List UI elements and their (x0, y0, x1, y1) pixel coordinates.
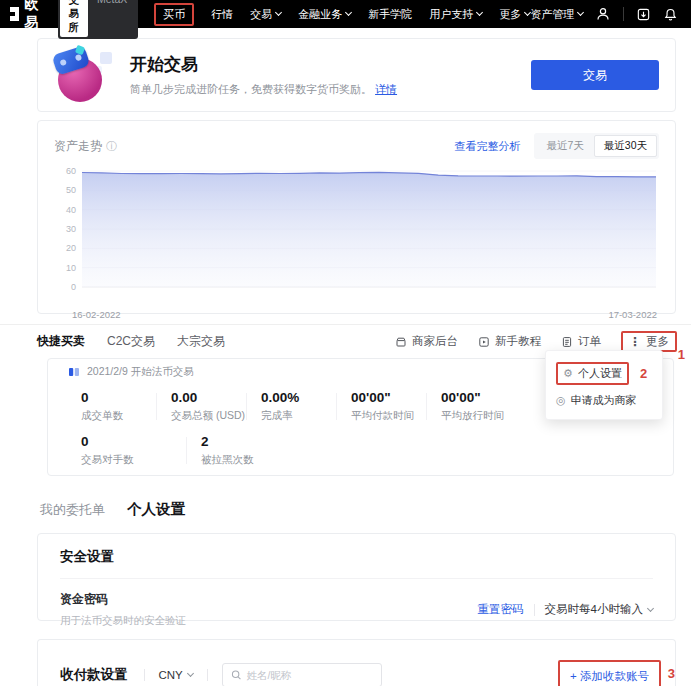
chevron-down-icon (187, 670, 194, 677)
search-input[interactable] (246, 669, 372, 681)
area-chart: 6050403020100 (54, 161, 659, 313)
stat-total-volume: 0.00 交易总额 (USD) (171, 390, 261, 423)
annotation-box-buy: 买币 (154, 3, 194, 26)
history-badge-icon (68, 366, 80, 378)
start-trade-illustration (52, 46, 114, 104)
nav-item-more[interactable]: 更多 (499, 7, 530, 22)
fund-password-info: 资金密码 用于法币交易时的安全验证 (60, 591, 186, 628)
nav-right: 资产管理 (530, 6, 691, 22)
nav-item-buy-crypto[interactable]: 买币 (163, 7, 185, 22)
toggle-exchange[interactable]: 交易所 (60, 0, 89, 37)
download-app-icon[interactable] (636, 7, 651, 22)
tab-block-trade[interactable]: 大宗交易 (177, 333, 225, 350)
chevron-down-icon (647, 604, 654, 611)
beginner-tutorial-button[interactable]: 新手教程 (478, 334, 541, 349)
row-actions: 商家后台 新手教程 订单 ⋮ 更多 (395, 331, 677, 352)
nav-item-trade[interactable]: 交易 (250, 7, 281, 22)
order-document-icon (561, 336, 573, 348)
trade-button[interactable]: 交易 (531, 60, 659, 90)
user-icon[interactable] (595, 6, 611, 22)
fund-password-row: 资金密码 用于法币交易时的安全验证 重置密码 交易时每4小时输入 (60, 591, 653, 628)
search-icon (231, 669, 242, 681)
svg-text:10: 10 (66, 263, 76, 273)
nav-menu: 买币 行情 交易 金融业务 新手学院 用户支持 更多 (154, 3, 530, 26)
chevron-down-icon (577, 9, 584, 16)
asset-card-header: 资产走势 ⓘ 查看完整分析 最近7天 最近30天 (54, 133, 659, 159)
stat-avg-release-time: 00'00" 平均放行时间 (441, 390, 531, 423)
start-trading-card: 开始交易 简单几步完成进阶任务，免费获得数字货币奖励。 详情 交易 (37, 38, 676, 112)
password-frequency-select[interactable]: 交易时每4小时输入 (545, 602, 653, 617)
range-30d-button[interactable]: 最近30天 (594, 135, 657, 157)
merchant-console-button[interactable]: 商家后台 (395, 334, 458, 349)
chevron-down-icon (345, 9, 352, 16)
merchant-icon (395, 336, 407, 348)
tab-personal-settings[interactable]: 个人设置 (127, 500, 185, 519)
svg-text:60: 60 (66, 166, 76, 176)
range-toggle: 最近7天 最近30天 (534, 133, 659, 159)
chevron-down-icon (275, 9, 282, 16)
full-analysis-link[interactable]: 查看完整分析 (454, 139, 520, 154)
merchant-badge-icon: ◎ (556, 394, 566, 407)
menu-item-personal-settings[interactable]: ⚙ 个人设置 2 (554, 358, 654, 389)
notifications-bell-icon[interactable] (663, 7, 678, 22)
stat-avg-pay-time: 00'00" 平均付款时间 (351, 390, 441, 423)
payment-settings-title: 收付款设置 (60, 666, 128, 684)
stat-completed-orders: 0 成交单数 (81, 390, 171, 423)
orders-button[interactable]: 订单 (561, 334, 601, 349)
asset-trend-title: 资产走势 ⓘ (54, 138, 117, 155)
exchange-metax-toggle: 交易所 MetaX (58, 0, 139, 39)
currency-select[interactable]: CNY (159, 669, 193, 681)
annotation-number-1: 1 (678, 347, 685, 362)
svg-text:30: 30 (66, 224, 76, 234)
tab-quick-buy-sell[interactable]: 快捷买卖 (37, 333, 85, 350)
asset-trend-card: 资产走势 ⓘ 查看完整分析 最近7天 最近30天 6050403020100 1… (37, 120, 676, 314)
nav-divider (623, 7, 624, 21)
annotation-number-2: 2 (640, 366, 647, 381)
nav-item-academy[interactable]: 新手学院 (368, 7, 412, 22)
more-dropdown-menu: ⚙ 个人设置 2 ◎ 申请成为商家 (545, 350, 663, 420)
annotation-box-add-account: + 添加收款账号 (558, 660, 661, 686)
add-account-wrap: + 添加收款账号 (558, 660, 661, 686)
add-payment-account-button[interactable]: + 添加收款账号 (570, 670, 649, 682)
tutorial-icon (478, 336, 490, 348)
okx-logo[interactable]: 欧易 (10, 0, 44, 32)
chevron-down-icon (476, 9, 483, 16)
asset-trend-chart: 6050403020100 16-02-2022 17-03-2022 (54, 161, 659, 320)
stats-row-2: 0 交易对手数 2 被拉黑次数 (68, 434, 673, 467)
page-title: 开始交易 (130, 53, 397, 76)
tab-my-orders[interactable]: 我的委托单 (40, 501, 105, 519)
annotation-box-personal-settings: ⚙ 个人设置 (556, 362, 629, 385)
svg-text:50: 50 (66, 185, 76, 195)
nav-item-support[interactable]: 用户支持 (429, 7, 482, 22)
svg-text:0: 0 (71, 282, 76, 292)
more-dots-icon: ⋮ (629, 335, 641, 349)
menu-item-become-merchant[interactable]: ◎ 申请成为商家 (554, 389, 654, 412)
x-label-start: 16-02-2022 (72, 309, 121, 320)
okx-logo-icon (10, 7, 19, 21)
range-7d-button[interactable]: 最近7天 (536, 135, 593, 157)
asset-card-controls: 查看完整分析 最近7天 最近30天 (454, 133, 659, 159)
fund-password-controls: 重置密码 交易时每4小时输入 (478, 602, 653, 617)
fund-password-title: 资金密码 (60, 591, 186, 608)
svg-text:40: 40 (66, 205, 76, 215)
reset-password-link[interactable]: 重置密码 (478, 602, 524, 617)
stat-completion-rate: 0.00% 完成率 (261, 390, 351, 423)
section-tabs: 我的委托单 个人设置 (40, 500, 691, 519)
details-link[interactable]: 详情 (375, 83, 397, 95)
start-info: 开始交易 简单几步完成进阶任务，免费获得数字货币奖励。 详情 (130, 53, 397, 97)
stat-blocked-times: 2 被拉黑次数 (201, 434, 321, 467)
security-settings-card: 安全设置 资金密码 用于法币交易时的安全验证 重置密码 交易时每4小时输入 (37, 533, 676, 621)
x-label-end: 17-03-2022 (608, 309, 657, 320)
tab-c2c-trade[interactable]: C2C交易 (107, 333, 155, 350)
nav-item-finance[interactable]: 金融业务 (298, 7, 351, 22)
info-icon: ⓘ (106, 139, 117, 154)
toggle-metax[interactable]: MetaX (88, 0, 136, 37)
top-navbar: 欧易 交易所 MetaX 买币 行情 交易 金融业务 新手学院 用户支持 更多 … (0, 0, 691, 28)
svg-text:20: 20 (66, 243, 76, 253)
more-button[interactable]: ⋮ 更多 (629, 334, 669, 349)
divider (207, 669, 208, 681)
brand-name: 欧易 (24, 0, 43, 32)
nav-item-assets[interactable]: 资产管理 (530, 7, 583, 22)
nav-item-markets[interactable]: 行情 (211, 7, 233, 22)
divider (144, 669, 145, 681)
